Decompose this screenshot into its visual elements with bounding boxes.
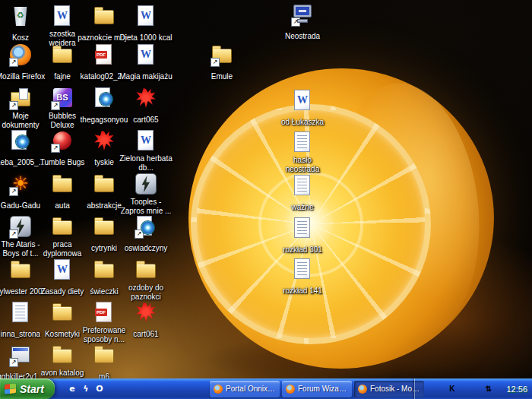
desktop-icon-image	[91, 5, 117, 27]
desktop-icon[interactable]: od Łukaszka	[276, 89, 329, 128]
taskbar: Start e ϟ O	[0, 378, 532, 399]
update-arrows-icon[interactable]: ⇅	[484, 385, 492, 393]
taskbar-window-button[interactable]: Portal Onnix - ...	[210, 381, 280, 397]
desktop-icon-image	[290, 217, 315, 239]
notes-icon[interactable]	[121, 383, 133, 395]
desktop-icon-label: ozdoby do paznokci	[119, 283, 173, 302]
desktop-icon-label: auta	[55, 201, 69, 211]
desktop-icon-label: inna_strona	[1, 330, 40, 339]
desktop-icon-label: cart061	[133, 330, 158, 339]
desktop-icon-label: hasło neostrada	[276, 156, 329, 174]
app-red-blue-icon[interactable]	[466, 385, 474, 393]
shortcut-arrow-icon	[9, 358, 18, 367]
desktop-icon[interactable]: rozkład 301	[276, 217, 329, 255]
desktop-icon-label: Kosmetyki	[45, 330, 80, 339]
desktop-icon-label: tyskie	[94, 158, 114, 167]
screen: Kosz szostka weidera paznokcie moje Di	[0, 0, 532, 399]
kaspersky-icon[interactable]: K	[448, 385, 456, 393]
desktop-icon[interactable]: ważne	[276, 174, 329, 213]
desktop-icon-image	[91, 215, 117, 238]
shortcut-arrow-icon	[9, 58, 18, 67]
icon-glyph: ⇅	[486, 385, 492, 393]
desktop-icon[interactable]: Dieta 1000 kcal	[119, 5, 173, 43]
app-gray-icon[interactable]	[475, 385, 483, 393]
catalog-icon[interactable]	[135, 383, 147, 395]
shortcut-arrow-icon	[51, 101, 60, 110]
desktop-icon-label: od Łukaszka	[281, 118, 324, 127]
desktop-icon[interactable]: Magia makijażu	[119, 43, 173, 82]
desktop-icon-image	[133, 5, 159, 27]
desktop-icon-label: fajne	[54, 72, 71, 81]
desktop-icon-image	[8, 344, 33, 366]
media-player-icon[interactable]	[189, 383, 201, 395]
desktop-icon-label: cytrynki	[91, 244, 117, 253]
desktop-icon-image	[290, 89, 315, 112]
desktop-icon-label: oswiadczyny	[125, 244, 168, 253]
desktop-icon[interactable]: Neostrada	[276, 3, 329, 42]
desktop-icon-image	[91, 258, 117, 281]
desktop-icon-image	[91, 87, 117, 109]
show-desktop-icon[interactable]	[52, 383, 65, 395]
winamp-icon[interactable]: ϟ	[80, 383, 92, 395]
desktop[interactable]: Kosz szostka weidera paznokcie moje Di	[0, 0, 532, 378]
firefox-icon[interactable]	[107, 383, 119, 395]
start-button[interactable]: Start	[0, 378, 55, 399]
tray-icons: K ⇅	[420, 385, 502, 393]
red-app-icon[interactable]	[176, 383, 188, 395]
messenger-icon[interactable]	[439, 385, 447, 393]
desktop-icon-image	[8, 173, 33, 195]
firefox-icon	[214, 385, 223, 394]
taskbar-window-buttons: Portal Onnix - ... Forum Wizaz.p... Foto…	[210, 378, 435, 399]
desktop-icon[interactable]: Zielona herbata db...	[119, 129, 173, 173]
desktop-icon-image	[290, 131, 315, 154]
shortcut-arrow-icon	[211, 58, 220, 67]
desktop-icon-image	[49, 5, 75, 27]
desktop-icon[interactable]: Tooples - Zapros mnie ...	[119, 173, 173, 217]
clock[interactable]: 12:56	[506, 385, 527, 394]
taskbar-window-button[interactable]: Forum Wizaz.p...	[282, 381, 352, 397]
desktop-icon[interactable]: cart065	[119, 87, 173, 125]
desktop-icon-image	[8, 5, 33, 27]
desktop-icon[interactable]: rozkład 141	[276, 258, 329, 296]
shortcut-arrow-icon	[135, 230, 144, 239]
internet-explorer-icon[interactable]: e	[66, 383, 78, 395]
shortcut-arrow-icon	[291, 17, 300, 27]
desktop-icon[interactable]: m6	[78, 344, 131, 378]
desktop-icon-label: Neostrada	[285, 32, 320, 41]
opera-icon[interactable]: O	[93, 383, 106, 395]
desktop-icon-image	[49, 215, 75, 238]
desktop-icon-image	[49, 258, 75, 281]
gadu-gadu-icon[interactable]	[162, 383, 174, 395]
desktop-icon-image	[209, 43, 235, 66]
status-green-icon[interactable]	[429, 385, 438, 393]
window-title: Forum Wizaz.p...	[298, 385, 348, 393]
desktop-icon-image	[49, 129, 75, 152]
desktop-icon-label: ważne	[292, 203, 314, 212]
taskbar-window-button[interactable]: Fotosik - Mozil...	[354, 381, 424, 397]
search-icon[interactable]	[148, 383, 160, 395]
icon-glyph: K	[449, 385, 454, 393]
desktop-icon-image	[290, 174, 315, 197]
desktop-icon[interactable]: ozdoby do paznokci	[119, 258, 173, 302]
desktop-icon[interactable]: hasło neostrada	[276, 131, 329, 175]
shortcut-arrow-icon	[9, 230, 18, 239]
desktop-icon-label: rozkład 301	[283, 245, 322, 255]
desktop-icon[interactable]: Emule	[195, 43, 249, 82]
desktop-icon-label: Emule	[211, 72, 233, 81]
desktop-icon-image	[49, 43, 75, 66]
desktop-icon-label: Tooples - Zapros mnie ...	[119, 198, 173, 216]
msn-icon[interactable]	[493, 385, 502, 393]
desktop-icon-image	[91, 43, 117, 66]
desktop-icon[interactable]: cart061	[119, 301, 173, 340]
desktop-icon-image	[290, 3, 315, 26]
desktop-icon[interactable]: oswiadczyny	[119, 215, 173, 254]
emule-tray-icon[interactable]	[457, 385, 465, 393]
network-icon[interactable]	[420, 385, 429, 393]
desktop-icon-image	[8, 258, 33, 281]
desktop-icon-label: cart065	[133, 116, 158, 125]
desktop-icon-label: Magia makijażu	[119, 72, 172, 81]
system-tray: K ⇅ 12:56	[414, 378, 532, 399]
desktop-icon-image	[133, 87, 159, 109]
window-title: Fotosik - Mozil...	[370, 385, 420, 393]
desktop-icon-label: Dieta 1000 kcal	[120, 33, 173, 43]
